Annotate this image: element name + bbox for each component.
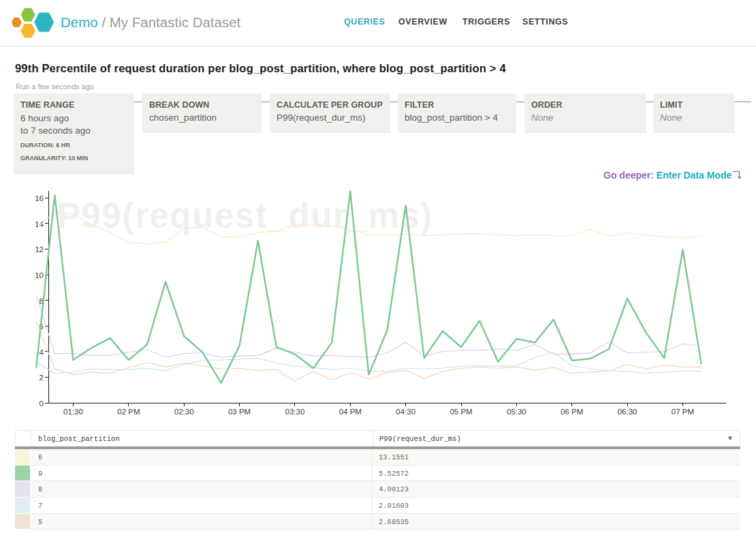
svg-text:03:30: 03:30 bbox=[285, 408, 305, 416]
svg-text:4: 4 bbox=[40, 348, 44, 356]
svg-text:10: 10 bbox=[35, 271, 44, 279]
svg-text:02:30: 02:30 bbox=[174, 408, 194, 416]
svg-text:14: 14 bbox=[35, 220, 44, 228]
svg-text:04 PM: 04 PM bbox=[339, 408, 362, 416]
svg-text:05:30: 05:30 bbox=[507, 408, 526, 416]
svg-text:12: 12 bbox=[35, 245, 44, 254]
svg-text:16: 16 bbox=[35, 194, 44, 202]
svg-text:P99(request_dur_ms): P99(request_dur_ms) bbox=[57, 196, 433, 235]
svg-text:06 PM: 06 PM bbox=[561, 408, 583, 416]
svg-text:05 PM: 05 PM bbox=[450, 408, 472, 416]
svg-text:07 PM: 07 PM bbox=[672, 408, 694, 416]
svg-text:01:30: 01:30 bbox=[63, 408, 83, 416]
svg-text:04:30: 04:30 bbox=[396, 408, 415, 416]
svg-text:03 PM: 03 PM bbox=[228, 408, 251, 416]
svg-text:06:30: 06:30 bbox=[618, 408, 637, 416]
svg-text:02 PM: 02 PM bbox=[117, 408, 140, 416]
svg-text:0: 0 bbox=[40, 399, 44, 408]
svg-text:2: 2 bbox=[40, 374, 44, 382]
